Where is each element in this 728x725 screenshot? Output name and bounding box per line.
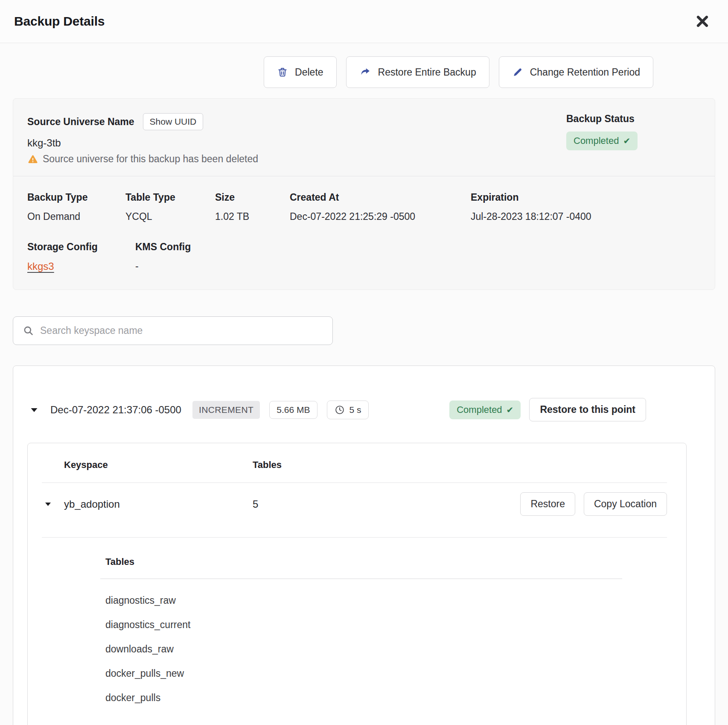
backup-status-label: Backup Status — [566, 113, 638, 125]
caret-down-icon — [44, 500, 52, 509]
keyspace-restore-button[interactable]: Restore — [520, 492, 575, 516]
backup-status-block: Backup Status Completed ✔ — [566, 113, 638, 150]
page-title: Backup Details — [14, 14, 105, 29]
storage-config-link[interactable]: kkgs3 — [27, 260, 54, 272]
field-backup-type: Backup Type On Demand — [27, 192, 125, 222]
field-size: Size 1.02 TB — [215, 192, 290, 222]
show-uuid-button[interactable]: Show UUID — [143, 113, 204, 130]
field-label: Created At — [290, 192, 471, 203]
config-fields-row: Storage Config kkgs3 KMS Config - — [27, 241, 701, 272]
keyspace-name: yb_adoption — [64, 498, 253, 510]
increment-type-badge: INCREMENT — [192, 401, 260, 419]
restore-arrow-icon — [359, 66, 371, 78]
field-value: Dec-07-2022 21:25:29 -0500 — [290, 211, 471, 222]
increment-header: Dec-07-2022 21:37:06 -0500 INCREMENT 5.6… — [27, 398, 701, 421]
tables-heading: Tables — [100, 556, 622, 567]
tables-divider — [100, 579, 622, 579]
field-kms-config: KMS Config - — [135, 241, 701, 272]
search-input[interactable] — [40, 325, 323, 336]
keyspace-column-header: Keyspace — [64, 459, 253, 471]
check-icon: ✔ — [507, 405, 514, 415]
tables-list: diagnostics_rawdiagnostics_currentdownlo… — [100, 588, 622, 710]
universe-deleted-warning: Source universe for this backup has been… — [27, 153, 701, 165]
keyspace-tables-count: 5 — [253, 498, 520, 510]
field-value: 1.02 TB — [215, 211, 290, 222]
increment-card: Dec-07-2022 21:37:06 -0500 INCREMENT 5.6… — [13, 365, 715, 725]
increment-timestamp: Dec-07-2022 21:37:06 -0500 — [50, 404, 181, 416]
close-icon — [696, 15, 709, 28]
field-table-type: Table Type YCQL — [125, 192, 215, 222]
backup-status-badge: Completed ✔ — [566, 132, 638, 150]
increment-status-value: Completed — [457, 404, 502, 415]
field-label: KMS Config — [135, 241, 701, 253]
pencil-icon — [512, 67, 523, 78]
table-name: docker_pulls — [100, 686, 622, 710]
field-value: - — [135, 260, 701, 272]
keyspace-search[interactable] — [13, 316, 333, 345]
warning-icon — [27, 154, 38, 165]
table-name: downloads_raw — [100, 637, 622, 661]
field-value: YCQL — [125, 211, 215, 222]
increment-status-badge: Completed ✔ — [449, 401, 521, 419]
field-label: Expiration — [471, 192, 701, 203]
backup-fields-row: Backup Type On Demand Table Type YCQL Si… — [27, 192, 701, 222]
keyspace-actions: Restore Copy Location — [520, 492, 667, 516]
field-label: Backup Type — [27, 192, 125, 203]
caret-down-icon — [29, 405, 39, 415]
backup-status-value: Completed — [574, 135, 619, 146]
field-expiration: Expiration Jul-28-2023 18:12:07 -0400 — [471, 192, 701, 222]
copy-location-button[interactable]: Copy Location — [584, 492, 667, 516]
restore-entire-backup-label: Restore Entire Backup — [378, 67, 476, 78]
change-retention-label: Change Retention Period — [530, 67, 640, 78]
field-value: Jul-28-2023 18:12:07 -0400 — [471, 211, 701, 222]
keyspace-row: yb_adoption 5 Restore Copy Location — [42, 483, 667, 525]
field-value: On Demand — [27, 211, 125, 222]
increment-collapse-caret[interactable] — [27, 403, 41, 417]
backup-summary-panel: Source Universe Name Show UUID kkg-3tb S… — [13, 98, 715, 290]
field-storage-config: Storage Config kkgs3 — [27, 241, 135, 272]
duration-value: 5 s — [349, 405, 361, 415]
warning-text: Source universe for this backup has been… — [43, 153, 258, 165]
tables-section: Tables diagnostics_rawdiagnostics_curren… — [100, 538, 622, 710]
keyspace-card: Keyspace Tables yb_adoption 5 Restore Co… — [27, 443, 687, 725]
restore-entire-backup-button[interactable]: Restore Entire Backup — [346, 56, 489, 88]
keyspace-table-header: Keyspace Tables — [42, 459, 667, 471]
table-name: docker_pulls_new — [100, 661, 622, 686]
delete-button[interactable]: Delete — [264, 56, 336, 88]
clock-icon — [334, 404, 345, 415]
toolbar: Delete Restore Entire Backup Change Rete… — [0, 56, 653, 88]
table-name: diagnostics_raw — [100, 588, 622, 613]
delete-label: Delete — [295, 67, 323, 78]
field-label: Size — [215, 192, 290, 203]
increment-duration-badge: 5 s — [327, 401, 369, 419]
trash-icon — [277, 67, 288, 78]
change-retention-button[interactable]: Change Retention Period — [499, 56, 653, 88]
close-button[interactable] — [693, 12, 712, 31]
increment-size-badge: 5.66 MB — [269, 401, 317, 419]
field-label: Storage Config — [27, 241, 135, 253]
field-label: Table Type — [125, 192, 215, 203]
keyspace-collapse-caret[interactable] — [42, 498, 64, 510]
tables-column-header: Tables — [253, 459, 667, 471]
source-universe-label: Source Universe Name — [27, 116, 134, 128]
modal-header: Backup Details — [0, 0, 728, 43]
restore-to-point-button[interactable]: Restore to this point — [529, 398, 646, 421]
field-created-at: Created At Dec-07-2022 21:25:29 -0500 — [290, 192, 471, 222]
table-name: diagnostics_current — [100, 613, 622, 637]
check-icon: ✔ — [623, 136, 630, 146]
search-icon — [23, 325, 34, 336]
